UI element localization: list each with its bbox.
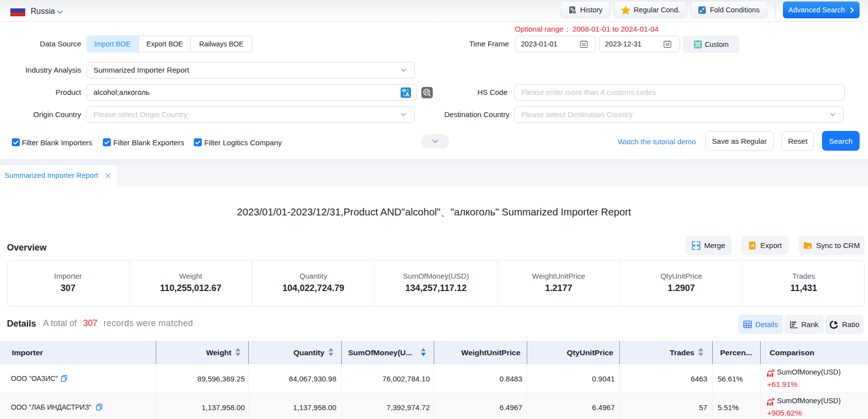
svg-text:A: A (406, 91, 410, 97)
